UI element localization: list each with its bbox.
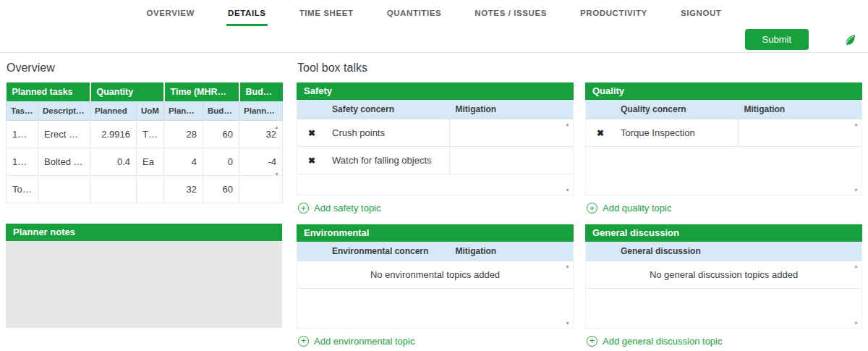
cell: 28	[164, 121, 203, 148]
main-content: Overview Planned tasks Quantity Time (MH…	[0, 53, 868, 347]
col-uom: UoM	[137, 101, 164, 121]
panel-scrollbar[interactable]: ▲ ▼	[563, 122, 571, 193]
scroll-down-icon[interactable]: ▼	[565, 321, 570, 326]
safety-row: ✖ Watch for falling objects	[297, 147, 573, 174]
mitigation-cell[interactable]	[738, 119, 861, 146]
overview-section: Overview Planned tasks Quantity Time (MH…	[6, 59, 282, 347]
environmental-panel-header: Environmental	[297, 224, 574, 242]
col-safety-concern: Safety concern	[326, 104, 450, 114]
cell	[239, 176, 283, 203]
tab-quantities[interactable]: QUANTITIES	[386, 2, 443, 26]
add-icon: +	[587, 203, 597, 213]
add-environmental-topic-label: Add environmental topic	[314, 336, 414, 347]
cell: 0	[203, 148, 239, 176]
top-tab-bar: OVERVIEW DETAILS TIME SHEET QUANTITIES N…	[0, 0, 868, 26]
cell: Erect St…	[38, 121, 90, 148]
col-mitigation: Mitigation	[739, 104, 862, 114]
cell: Bolted …	[38, 148, 90, 176]
concern-cell: Watch for falling objects	[326, 155, 449, 166]
cell: 2.9916	[90, 121, 137, 148]
planner-notes-body	[6, 241, 282, 328]
planned-tasks-table-wrap: Planned tasks Quantity Time (MHR… Budget…	[6, 83, 282, 203]
general-discussion-table: General discussion No general discussion…	[585, 242, 862, 329]
add-general-discussion-topic-button[interactable]: + Add general discussion topic	[587, 336, 723, 347]
mitigation-cell[interactable]	[449, 119, 573, 146]
table-scrollbar[interactable]: ▲ ▼	[273, 124, 281, 177]
panel-scrollbar[interactable]: ▲ ▼	[563, 263, 571, 326]
mitigation-cell[interactable]	[449, 147, 573, 174]
scroll-down-icon[interactable]: ▼	[274, 172, 279, 177]
toolbox-panel-grid: Safety Safety concern Mitigation ✖ Crush…	[297, 83, 862, 347]
leaf-icon[interactable]	[842, 31, 858, 47]
scroll-up-icon[interactable]: ▲	[565, 122, 570, 127]
scroll-up-icon[interactable]: ▲	[565, 263, 570, 268]
scroll-up-icon[interactable]: ▲	[274, 124, 279, 130]
quality-panel: Quality Quality concern Mitigation ✖ Tor…	[585, 83, 862, 214]
col-mitigation: Mitigation	[450, 104, 574, 114]
panel-scrollbar[interactable]: ▲ ▼	[852, 263, 860, 326]
add-icon: +	[587, 336, 597, 347]
table-row: 1005 Erect St… 2.9916 T… 28 60 32	[7, 121, 283, 148]
scroll-down-icon[interactable]: ▼	[854, 187, 859, 193]
cell: Totals	[7, 176, 38, 203]
cell: 0.4	[90, 148, 137, 176]
cell	[38, 176, 90, 203]
scroll-down-icon[interactable]: ▼	[565, 187, 570, 193]
concern-cell: Torque Inspection	[615, 127, 738, 138]
tab-notes-issues[interactable]: NOTES / ISSUES	[473, 2, 548, 26]
scroll-up-icon[interactable]: ▲	[854, 263, 859, 268]
general-discussion-panel-header: General discussion	[585, 224, 862, 242]
add-icon: +	[298, 203, 309, 213]
group-time-mhr: Time (MHR…	[164, 83, 239, 101]
group-budget: Budget	[239, 83, 283, 101]
col-general-discussion: General discussion	[615, 246, 861, 256]
add-environmental-topic-button[interactable]: + Add environmental topic	[298, 336, 414, 347]
concern-cell: Crush points	[326, 127, 449, 138]
cell: 1006	[7, 148, 38, 176]
delete-icon[interactable]: ✖	[297, 128, 326, 138]
tab-productivity[interactable]: PRODUCTIVITY	[579, 2, 649, 26]
col-description: Description	[38, 101, 90, 121]
col-planned: Planned	[90, 101, 137, 121]
environmental-column-headers: Environmental concern Mitigation	[297, 242, 573, 261]
empty-state-text: No general discussion topics added	[586, 261, 861, 289]
action-bar: Submit	[0, 26, 868, 53]
column-header-row: Task ID Description Planned UoM Plann… B…	[7, 101, 283, 121]
cell: Ea	[137, 148, 164, 176]
cell	[137, 176, 164, 203]
col-task-id: Task ID	[7, 101, 38, 121]
totals-row: Totals 32 60	[7, 176, 283, 203]
add-general-discussion-topic-label: Add general discussion topic	[603, 336, 723, 347]
cell	[90, 176, 137, 203]
col-planned-time: Plann…	[164, 101, 203, 121]
submit-button[interactable]: Submit	[745, 29, 809, 50]
col-budget-time: Budget	[203, 101, 239, 121]
tab-signout[interactable]: SIGNOUT	[679, 2, 723, 26]
col-mitigation: Mitigation	[450, 246, 574, 256]
panel-scrollbar[interactable]: ▲ ▼	[852, 122, 860, 193]
add-quality-topic-label: Add quality topic	[603, 203, 671, 213]
scroll-down-icon[interactable]: ▼	[854, 321, 859, 326]
quality-column-headers: Quality concern Mitigation	[586, 100, 861, 119]
add-icon: +	[298, 336, 309, 347]
tab-time-sheet[interactable]: TIME SHEET	[298, 2, 355, 26]
delete-icon[interactable]: ✖	[586, 128, 615, 138]
cell: 4	[164, 148, 203, 176]
add-quality-topic-button[interactable]: + Add quality topic	[587, 203, 671, 213]
safety-row: ✖ Crush points	[297, 119, 573, 147]
col-planned-budget: Planne…	[239, 101, 283, 121]
scroll-up-icon[interactable]: ▲	[854, 122, 859, 127]
quality-panel-header: Quality	[585, 83, 862, 100]
delete-icon[interactable]: ✖	[297, 156, 326, 166]
toolbox-title: Tool box talks	[297, 62, 862, 75]
environmental-panel: Environmental Environmental concern Miti…	[297, 224, 574, 347]
safety-rows: ✖ Crush points ✖ Watch for falling objec…	[297, 119, 573, 195]
toolbox-section: Tool box talks Safety Safety concern Mit…	[297, 59, 862, 347]
add-safety-topic-button[interactable]: + Add safety topic	[298, 203, 381, 213]
environmental-table: Environmental concern Mitigation No envi…	[297, 242, 574, 329]
empty-state-text: No environmental topics added	[297, 261, 573, 289]
tab-details[interactable]: DETAILS	[226, 2, 268, 26]
planner-notes-header: Planner notes	[6, 224, 282, 241]
cell: 32	[164, 176, 203, 203]
tab-overview[interactable]: OVERVIEW	[145, 2, 197, 26]
